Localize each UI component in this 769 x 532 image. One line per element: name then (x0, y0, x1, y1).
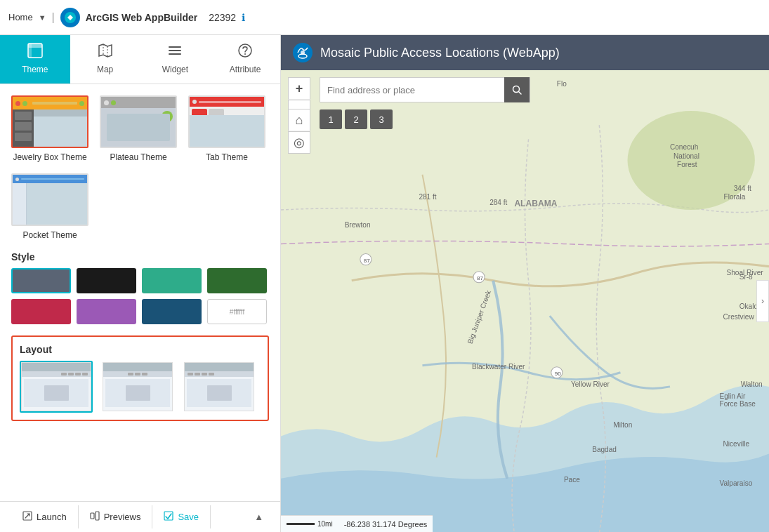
bottom-bar: Launch Previews Save ▲ (0, 501, 280, 532)
svg-text:Blackwater River: Blackwater River (472, 363, 525, 371)
tab-theme-label: Tab Theme (206, 152, 248, 162)
swatch-blue[interactable] (142, 299, 202, 324)
number-buttons: 1 2 3 (320, 109, 393, 129)
style-section: Style #ffffff (11, 251, 269, 324)
plateau-label: Plateau Theme (110, 152, 166, 162)
app-logo (60, 8, 80, 27)
svg-text:Flo: Flo (557, 80, 567, 88)
topbar: Home ▼ | ArcGIS Web AppBuilder 22392 ℹ (0, 0, 769, 35)
swatch-gray[interactable] (11, 268, 71, 293)
previews-button[interactable]: Previews (79, 505, 153, 528)
svg-text:Crestview: Crestview (723, 313, 755, 321)
map-header: Mosaic Public Access Locations (WebApp) (281, 35, 769, 70)
svg-text:281 ft: 281 ft (419, 193, 436, 201)
main-layout: Theme Map (0, 35, 769, 532)
search-bar (320, 77, 530, 102)
layout-item-2[interactable] (101, 361, 174, 413)
svg-text:Florala: Florala (724, 193, 746, 201)
svg-text:Yellow River: Yellow River (571, 380, 610, 388)
layout-item-1[interactable] (20, 361, 93, 413)
scale-label: 10mi (317, 520, 333, 528)
layout-item-3[interactable] (183, 361, 256, 413)
tab-attribute[interactable]: Attribute (210, 35, 280, 84)
theme-tab[interactable]: Tab Theme (188, 95, 265, 162)
home-button[interactable]: ⌂ (288, 109, 310, 131)
map-title: Mosaic Public Access Locations (WebApp) (320, 46, 560, 60)
swatch-black[interactable] (77, 268, 136, 293)
theme-grid: Jewelry Box Theme + (11, 95, 269, 240)
tab-theme[interactable]: Theme (0, 35, 70, 84)
home-dropdown-icon[interactable]: ▼ (39, 13, 46, 22)
svg-rect-10 (91, 513, 94, 519)
svg-text:Sr-8: Sr-8 (740, 273, 753, 281)
theme-jewelry-box[interactable]: Jewelry Box Theme (11, 95, 88, 162)
coordinates-bar: 10mi -86.238 31.174 Degrees (281, 515, 433, 532)
search-input[interactable] (320, 85, 504, 95)
svg-rect-4 (169, 46, 181, 48)
map-icon (98, 43, 113, 62)
svg-rect-5 (169, 50, 181, 51)
save-icon (164, 511, 173, 523)
plateau-thumbnail: + (100, 95, 177, 148)
swatch-green[interactable] (207, 268, 267, 293)
left-panel: Theme Map (0, 35, 281, 532)
search-button[interactable] (504, 77, 530, 102)
tab-bar: Theme Map (0, 35, 280, 84)
launch-button[interactable]: Launch (11, 505, 79, 528)
zoom-in-button[interactable]: + (288, 77, 310, 100)
launch-label: Launch (37, 512, 67, 522)
swatch-white[interactable]: #ffffff (207, 299, 267, 324)
svg-text:87: 87 (364, 258, 370, 264)
svg-text:90: 90 (555, 371, 561, 377)
svg-rect-6 (169, 53, 181, 55)
scroll-arrow[interactable]: › (756, 280, 769, 322)
panel-content: Jewelry Box Theme + (0, 84, 280, 501)
svg-text:National: National (673, 152, 699, 160)
app-id: 22392 (209, 12, 236, 23)
svg-point-7 (239, 44, 251, 57)
jewelry-box-thumbnail (11, 95, 88, 148)
app-title: ArcGIS Web AppBuilder (86, 12, 197, 23)
coordinates-text: -86.238 31.174 Degrees (344, 520, 428, 528)
expand-button[interactable]: ▲ (249, 506, 269, 528)
map-app-logo (292, 42, 313, 63)
svg-text:Bagdad: Bagdad (592, 446, 617, 453)
map-container[interactable]: Conecuh National Forest Big Juniper Cree… (281, 70, 769, 532)
swatch-teal[interactable] (142, 268, 202, 293)
svg-text:Force Base: Force Base (719, 400, 756, 408)
number-btn-1[interactable]: 1 (320, 109, 342, 129)
svg-text:Conecuh: Conecuh (670, 143, 698, 151)
theme-plateau[interactable]: + Plateau Theme (100, 95, 177, 162)
previews-icon (90, 511, 100, 523)
home-link[interactable]: Home (8, 12, 33, 22)
svg-text:Eglin Air: Eglin Air (719, 392, 746, 400)
jewelry-box-label: Jewelry Box Theme (13, 152, 86, 162)
svg-text:344 ft: 344 ft (734, 185, 751, 192)
separator: | (52, 11, 55, 24)
svg-point-8 (244, 53, 246, 55)
locate-button[interactable]: ◎ (288, 131, 310, 154)
tab-attribute-label: Attribute (230, 65, 261, 74)
theme-pocket[interactable]: Pocket Theme (11, 173, 88, 240)
svg-text:Brewton: Brewton (345, 221, 371, 229)
info-icon[interactable]: ℹ (242, 12, 245, 23)
svg-text:87: 87 (477, 275, 483, 281)
swatch-purple[interactable] (77, 299, 136, 324)
launch-icon (22, 511, 32, 523)
locate-buttons: ⌂ ◎ (288, 109, 310, 154)
map-area: Mosaic Public Access Locations (WebApp) … (281, 35, 769, 532)
number-btn-2[interactable]: 2 (345, 109, 367, 129)
tab-widget[interactable]: Widget (140, 35, 211, 84)
svg-text:Forest: Forest (677, 161, 697, 168)
svg-rect-3 (28, 44, 32, 58)
style-grid: #ffffff (11, 268, 269, 324)
svg-text:Milton: Milton (613, 421, 632, 429)
swatch-red[interactable] (11, 299, 71, 324)
map-background: Conecuh National Forest Big Juniper Cree… (281, 70, 769, 532)
save-button[interactable]: Save (152, 505, 211, 528)
tab-map[interactable]: Map (70, 35, 140, 84)
svg-rect-11 (96, 512, 99, 520)
layout-grid (20, 361, 261, 413)
number-btn-3[interactable]: 3 (370, 109, 393, 129)
attribute-icon (237, 43, 253, 62)
